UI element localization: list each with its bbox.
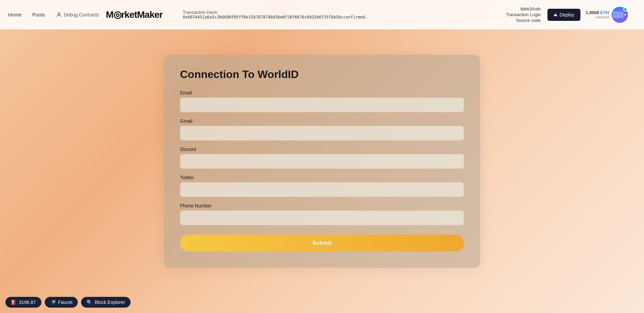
gas-value: 3196.87: [19, 300, 36, 305]
twitter-group: Twitter: [180, 175, 464, 197]
deploy-triangle-icon: [553, 13, 558, 16]
search-icon: 🔍: [86, 300, 92, 305]
discord-input[interactable]: [180, 154, 464, 169]
hardhat-label: Hardhat: [596, 15, 609, 19]
phone-group: Phone Number: [180, 203, 464, 225]
block-explorer-label: Block Explorer: [95, 300, 125, 305]
main-content: Connection To WorldID Email Gmail Discor…: [0, 30, 644, 293]
avatar[interactable]: ▼: [612, 7, 628, 23]
twitter-input[interactable]: [180, 182, 464, 197]
tx-label: Transaction Hash:: [183, 10, 218, 15]
gas-icon: ⛽: [11, 300, 16, 305]
web3auth-link[interactable]: Web3Auth: [521, 6, 541, 11]
login-link[interactable]: Login: [530, 12, 541, 17]
card-title: Connection To WorldID: [180, 68, 464, 81]
svg-point-0: [58, 13, 60, 15]
gmail-group: Gmail: [180, 118, 464, 141]
deploy-label: Deploy: [560, 12, 574, 17]
eth-balance: 1.0000 ETH: [586, 10, 609, 15]
faucet-label: Faucet: [58, 300, 73, 305]
avatar-online-dot: [623, 7, 627, 11]
submit-button[interactable]: Submit: [180, 235, 464, 251]
gas-pill[interactable]: ⛽ 3196.87: [5, 297, 41, 308]
tx-info: Transaction Hash: 0x6074451a6a5c3b6680f0…: [169, 10, 506, 19]
nav-debug-contracts[interactable]: Debug Contracts: [56, 12, 99, 18]
nav-home[interactable]: Home: [8, 12, 22, 17]
logo: M◎rketMaker: [106, 9, 163, 20]
discord-group: Discord: [180, 147, 464, 169]
faucet-icon: 🚿: [50, 300, 56, 305]
avatar-image: [613, 11, 623, 18]
debug-contracts-label: Debug Contracts: [64, 12, 99, 17]
gmail-input[interactable]: [180, 126, 464, 141]
email-label: Email: [180, 90, 464, 95]
worldid-card: Connection To WorldID Email Gmail Discor…: [164, 55, 480, 268]
deploy-button[interactable]: Deploy: [547, 9, 580, 21]
email-group: Email: [180, 90, 464, 112]
faucet-pill[interactable]: 🚿 Faucet: [45, 297, 78, 308]
monitor-icon: [629, 11, 636, 18]
transaction-link[interactable]: Transaction: [506, 12, 529, 17]
source-code-link[interactable]: Source code: [516, 18, 541, 23]
nav-right-links: Web3Auth Transaction Login Source code: [506, 6, 541, 23]
tx-hash: 0x6074451a6a5c3b6680f05ff8e15b7878748d36…: [183, 15, 367, 19]
wallet-info: 1.0000 ETH Hardhat: [586, 10, 609, 19]
avatar-dropdown-icon: ▼: [623, 13, 627, 17]
email-input[interactable]: [180, 97, 464, 112]
nav-pools[interactable]: Pools: [32, 12, 45, 17]
navbar: Home Pools Debug Contracts M◎rketMaker T…: [0, 0, 644, 30]
gmail-label: Gmail: [180, 118, 464, 124]
twitter-label: Twitter: [180, 175, 464, 180]
phone-label: Phone Number: [180, 203, 464, 208]
block-explorer-pill[interactable]: 🔍 Block Explorer: [81, 297, 130, 308]
phone-input[interactable]: [180, 210, 464, 225]
bottom-bar: ⛽ 3196.87 🚿 Faucet 🔍 Block Explorer: [5, 297, 131, 308]
discord-label: Discord: [180, 147, 464, 152]
